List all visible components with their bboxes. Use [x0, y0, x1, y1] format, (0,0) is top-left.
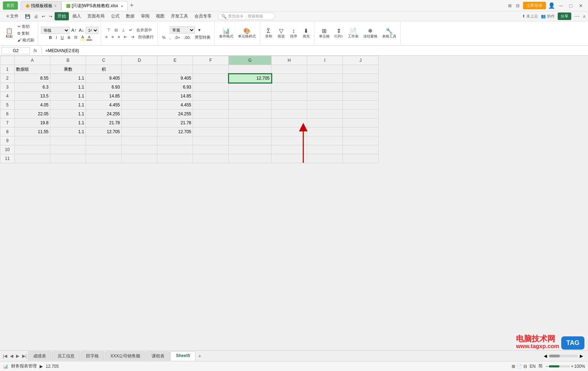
start-menu[interactable]: 开始 — [55, 12, 69, 20]
table-cell[interactable]: 12.705 — [229, 74, 272, 83]
user-avatar-icon[interactable]: 👤 — [548, 2, 555, 9]
col-header-I[interactable]: I — [307, 56, 343, 65]
grid-icon[interactable]: ⊟ — [514, 2, 521, 9]
table-cell[interactable] — [307, 110, 343, 119]
table-cell[interactable] — [122, 65, 157, 74]
type-convert-button[interactable]: 类型转换 — [193, 34, 212, 40]
zoom-slider[interactable] — [549, 365, 570, 367]
table-cell[interactable] — [272, 83, 307, 92]
table-cell[interactable]: 6.93 — [86, 83, 122, 92]
table-cell[interactable] — [193, 119, 229, 127]
search-input-placeholder[interactable]: 查找命令，搜索模板 — [228, 14, 263, 19]
table-cell[interactable] — [157, 145, 193, 154]
font-color-button[interactable]: A — [86, 35, 92, 40]
table-cell[interactable] — [343, 145, 379, 154]
table-cell[interactable] — [193, 127, 229, 136]
table-cell[interactable] — [193, 154, 229, 163]
table-cell[interactable] — [307, 74, 343, 83]
row-header-1[interactable]: 1 — [0, 65, 15, 74]
table-cell[interactable] — [122, 110, 157, 119]
format-copy-button[interactable]: 🖌 格式刷 — [16, 37, 36, 43]
filter-button[interactable]: ▽ 筛选 — [275, 27, 287, 40]
table-cell[interactable]: 12.705 — [157, 127, 193, 136]
table-cell[interactable] — [122, 119, 157, 127]
table-cell[interactable] — [272, 136, 307, 145]
table-cell[interactable] — [157, 65, 193, 74]
number-format-select[interactable]: 常規 — [170, 26, 195, 34]
table-cell[interactable] — [86, 145, 122, 154]
horizontal-scrollbar[interactable] — [549, 355, 578, 357]
table-cell[interactable] — [50, 154, 86, 163]
align-right-button[interactable]: ≡ — [116, 34, 121, 39]
insert-menu[interactable]: 插入 — [70, 12, 84, 20]
copy-button[interactable]: ⧉ 复制 — [16, 30, 36, 36]
table-cell[interactable] — [15, 136, 50, 145]
table-cell[interactable]: 21.78 — [157, 119, 193, 127]
table-cell[interactable]: 9.405 — [86, 74, 122, 83]
underline-button[interactable]: U — [60, 35, 65, 40]
align-center-button[interactable]: ≡ — [110, 34, 115, 39]
row-header-8[interactable]: 8 — [0, 127, 15, 136]
sheet-nav-prev[interactable]: ◀ — [9, 354, 15, 359]
more-icon[interactable]: ⋯ — [574, 13, 580, 20]
font-family-select[interactable]: 等线 — [41, 27, 70, 34]
sum-button[interactable]: Σ 求和 — [263, 27, 274, 40]
row-header-3[interactable]: 3 — [0, 83, 15, 92]
table-cell[interactable] — [50, 136, 86, 145]
row-header-11[interactable]: 11 — [0, 154, 15, 163]
normal-view-icon[interactable]: ⊞ — [512, 364, 515, 369]
table-cell[interactable] — [229, 92, 272, 101]
freeze-button[interactable]: ❄ 冻结窗格 — [361, 27, 379, 40]
row-header-9[interactable]: 9 — [0, 136, 15, 145]
zoom-in-button[interactable]: + — [571, 364, 573, 369]
sheet-tab-员工信息[interactable]: 员工信息 — [52, 351, 80, 361]
col-header-J[interactable]: J — [343, 56, 379, 65]
row-col-button[interactable]: ⇕ 行列↕ — [333, 27, 345, 40]
developer-menu[interactable]: 开发工具 — [168, 12, 191, 20]
pagelayout-menu[interactable]: 页面布局 — [85, 12, 107, 20]
layout-icon[interactable]: ⊞ — [507, 2, 513, 9]
table-cell[interactable] — [157, 136, 193, 145]
view-menu[interactable]: 视图 — [153, 12, 167, 20]
table-cell[interactable] — [307, 154, 343, 163]
member-menu[interactable]: 会员专享 — [192, 12, 214, 20]
table-cell[interactable]: 1.1 — [50, 110, 86, 119]
table-cell[interactable]: 数据组 — [15, 65, 50, 74]
align-bottom-button[interactable]: ⊥ — [120, 27, 127, 33]
font-size-up[interactable]: A↑ — [71, 27, 77, 33]
table-cell[interactable]: 6.93 — [157, 83, 193, 92]
italic-button[interactable]: I — [55, 35, 59, 40]
table-cell[interactable] — [229, 65, 272, 74]
decimal-dec-button[interactable]: .00- — [183, 35, 192, 40]
template-tab-close[interactable]: ✕ — [54, 4, 57, 8]
table-cell[interactable]: 1.1 — [50, 83, 86, 92]
col-header-G[interactable]: G — [229, 56, 272, 65]
table-cell[interactable]: 24.255 — [86, 110, 122, 119]
table-cell[interactable]: 积 — [86, 65, 122, 74]
table-cell[interactable] — [307, 65, 343, 74]
cut-button[interactable]: ✂ 剪切 — [16, 24, 36, 30]
row-header-2[interactable]: 2 — [0, 74, 15, 83]
table-cell[interactable] — [86, 136, 122, 145]
table-cell[interactable]: 6.3 — [15, 83, 50, 92]
file-menu[interactable]: ≡ 文件 — [4, 12, 21, 20]
undo-icon[interactable]: ↩ — [40, 13, 47, 20]
align-left-button[interactable]: ≡ — [104, 34, 109, 39]
table-cell[interactable] — [229, 83, 272, 92]
table-cell[interactable] — [343, 65, 379, 74]
table-cell[interactable] — [50, 145, 86, 154]
table-cell[interactable]: 21.78 — [86, 119, 122, 127]
table-cell[interactable]: 1.1 — [50, 92, 86, 101]
formula-input[interactable]: =MEDIAN(E2:E8) — [44, 47, 587, 54]
table-cell[interactable]: 4.455 — [157, 101, 193, 110]
row-header-5[interactable]: 5 — [0, 101, 15, 110]
table-cell[interactable] — [193, 74, 229, 83]
home-button[interactable]: 首页 — [3, 1, 18, 10]
table-cell[interactable]: 12.705 — [86, 127, 122, 136]
chevron-down-icon[interactable]: ▼ — [196, 27, 203, 32]
table-cell[interactable] — [193, 136, 229, 145]
template-tab[interactable]: 🔶 找模板模板 ✕ — [21, 1, 61, 10]
table-cell[interactable] — [307, 145, 343, 154]
table-cell[interactable] — [122, 92, 157, 101]
sheet-tab-XXX公司销售额[interactable]: XXX公司销售额 — [105, 351, 146, 361]
